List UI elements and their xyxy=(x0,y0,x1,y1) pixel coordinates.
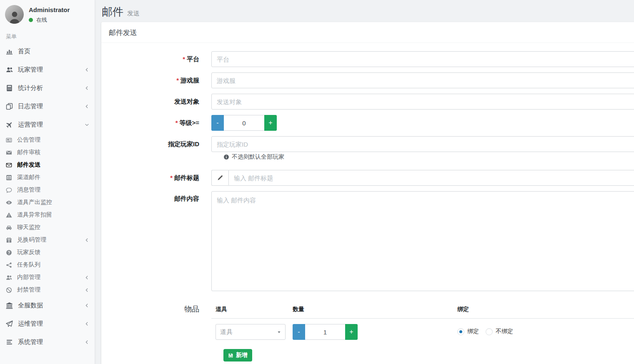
level-label: *等级>= xyxy=(109,119,211,127)
sidebar-item-home[interactable]: 首页 xyxy=(0,42,95,60)
content-header: 邮件 发送 xyxy=(95,0,634,19)
mail-content-textarea[interactable] xyxy=(211,191,634,291)
chevron-left-icon xyxy=(85,86,89,90)
level-stepper: - + xyxy=(211,115,277,131)
sidebar-item-label: 消息管理 xyxy=(17,186,40,194)
sidebar-item-statistics[interactable]: 统计分析 xyxy=(0,79,95,97)
sidebar-item-channel-mail[interactable]: 渠道邮件 xyxy=(0,171,95,184)
items-section: 物品 道具 数量 绑定 道具 xyxy=(109,302,634,340)
sidebar-item-item-output-monitor[interactable]: 道具产出监控 xyxy=(0,196,95,209)
bank-icon xyxy=(6,302,13,309)
sidebar-item-message-management[interactable]: 消息管理 xyxy=(0,184,95,196)
items-table: 道具 数量 绑定 道具 - xyxy=(211,302,634,340)
chevron-left-icon xyxy=(85,275,89,280)
warning-triangle-icon xyxy=(6,212,12,218)
item-select[interactable]: 道具 xyxy=(216,324,286,340)
sidebar-item-label: 任务队列 xyxy=(17,261,40,269)
comment-icon xyxy=(6,187,12,193)
radio-selected-icon xyxy=(457,328,464,335)
pencil-icon xyxy=(217,175,223,181)
sidebar-item-player-management[interactable]: 玩家管理 xyxy=(0,60,95,79)
mail-content-label: 邮件内容 xyxy=(109,191,211,203)
calculator-icon xyxy=(6,85,13,92)
sidebar-item-label: 道具异常扣留 xyxy=(17,211,52,219)
sidebar-item-operations-management[interactable]: 运营管理 xyxy=(0,115,95,134)
sidebar-item-label: 聊天监控 xyxy=(17,224,40,231)
sidebar-item-announcement-management[interactable]: 公告管理 xyxy=(0,134,95,146)
taxi-icon xyxy=(6,224,12,231)
sidebar-item-label: 玩家管理 xyxy=(18,66,43,74)
target-input[interactable] xyxy=(211,94,634,110)
sidebar-item-label: 日志管理 xyxy=(18,102,43,110)
sidebar-item-mail-review[interactable]: 邮件审核 xyxy=(0,146,95,159)
sidebar-item-ban-management[interactable]: 封禁管理 xyxy=(0,284,95,296)
save-icon xyxy=(228,353,233,358)
card-header: 邮件发送 xyxy=(101,22,634,43)
list-icon xyxy=(6,339,13,346)
sidebar-item-chat-monitor[interactable]: 聊天监控 xyxy=(0,221,95,234)
quantity-plus-button[interactable]: + xyxy=(345,324,358,340)
quantity-minus-button[interactable]: - xyxy=(293,324,305,340)
sidebar-item-label: 运营管理 xyxy=(18,121,43,129)
operations-submenu: 公告管理 邮件审核 邮件发送 渠道邮件 消息管理 道具产出监控 道具异常扣留 xyxy=(0,134,95,296)
page-title: 邮件 xyxy=(102,5,123,19)
level-row: *等级>= - + xyxy=(109,115,634,131)
sidebar-item-player-feedback[interactable]: 玩家反馈 xyxy=(0,246,95,259)
sidebar-item-ops-management[interactable]: 运维管理 xyxy=(0,314,95,333)
player-id-input[interactable] xyxy=(211,136,634,152)
newspaper-icon xyxy=(6,137,12,143)
mail-title-label: *邮件标题 xyxy=(109,174,211,182)
sidebar-item-task-queue[interactable]: 任务队列 xyxy=(0,259,95,271)
items-section-label: 物品 xyxy=(109,302,211,340)
add-item-button[interactable]: 新增 xyxy=(223,349,252,362)
sidebar-item-label: 渠道邮件 xyxy=(17,174,40,181)
sidebar-item-mail-send[interactable]: 邮件发送 xyxy=(0,159,95,171)
sidebar-item-log-management[interactable]: 日志管理 xyxy=(0,97,95,115)
sidebar: Administrator 在线 菜单 首页 玩家管理 统计分析 日志管理 运营… xyxy=(0,0,95,364)
level-value-input[interactable] xyxy=(224,115,264,131)
player-id-hint: 不选则默认全部玩家 xyxy=(223,153,634,161)
envelope-filled-icon xyxy=(6,150,12,156)
chevron-left-icon xyxy=(85,67,89,72)
person-icon xyxy=(8,10,22,24)
envelope-square-icon xyxy=(6,175,12,181)
sidebar-item-internal-management[interactable]: 内部管理 xyxy=(0,271,95,284)
item-row: 道具 - + xyxy=(211,319,634,340)
online-status-icon xyxy=(29,18,33,22)
server-input[interactable] xyxy=(211,72,634,88)
mail-title-input[interactable] xyxy=(228,170,634,186)
item-select-placeholder: 道具 xyxy=(220,328,233,336)
level-minus-button[interactable]: - xyxy=(211,115,224,131)
sidebar-item-label: 兑换码管理 xyxy=(17,236,46,244)
sidebar-item-label: 内部管理 xyxy=(17,274,40,281)
share-nodes-icon xyxy=(6,262,12,268)
bind-radio-option[interactable]: 绑定 xyxy=(457,328,479,335)
avatar[interactable] xyxy=(5,5,24,24)
sidebar-item-label: 首页 xyxy=(18,47,30,55)
copy-icon xyxy=(6,103,13,110)
sidebar-item-item-anomaly-hold[interactable]: 道具异常扣留 xyxy=(0,209,95,221)
mail-title-row: *邮件标题 xyxy=(109,170,634,186)
eye-icon xyxy=(6,199,12,206)
platform-input[interactable] xyxy=(211,51,634,67)
platform-label: *平台 xyxy=(109,55,211,63)
sidebar-item-redeem-code-management[interactable]: 兑换码管理 xyxy=(0,234,95,246)
sidebar-item-label: 全服数据 xyxy=(18,302,43,309)
chevron-left-icon xyxy=(85,340,89,344)
sidebar-item-system-management[interactable]: 系统管理 xyxy=(0,333,95,351)
gift-icon xyxy=(6,237,12,243)
no-bind-radio-option[interactable]: 不绑定 xyxy=(486,328,513,335)
level-plus-button[interactable]: + xyxy=(264,115,277,131)
page-subtitle: 发送 xyxy=(127,10,140,17)
mail-send-form: *平台 *游戏服 发送对象 *等级>= xyxy=(101,43,634,364)
users-icon xyxy=(6,274,12,281)
quantity-value-input[interactable] xyxy=(305,324,345,340)
chevron-left-icon xyxy=(85,104,89,109)
sidebar-item-label: 邮件发送 xyxy=(17,161,40,169)
column-header-quantity: 数量 xyxy=(288,302,453,318)
mail-content-row: 邮件内容 xyxy=(109,191,634,291)
main-content: 邮件 发送 邮件发送 *平台 *游戏服 xyxy=(95,0,634,364)
online-status-label: 在线 xyxy=(36,16,47,24)
sidebar-item-label: 运维管理 xyxy=(18,320,43,328)
sidebar-item-all-server-data[interactable]: 全服数据 xyxy=(0,296,95,314)
